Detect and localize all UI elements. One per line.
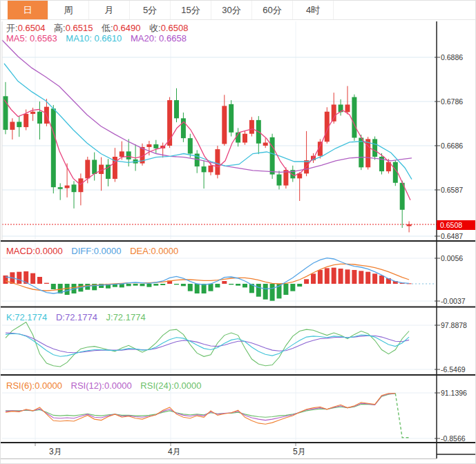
high-value: 0.6515 [66, 23, 93, 33]
rsi-axis-min: -0.8566 [441, 434, 466, 443]
chart-app: 日周月5分15分30分60分4时 开:0.6504 高:0.6515 低:0.6… [0, 0, 476, 464]
rsi12-value: RSI(12):0.0000 [71, 380, 132, 391]
tab-日[interactable]: 日 [8, 1, 48, 19]
tab-4时[interactable]: 4时 [293, 1, 334, 19]
ma20-value: MA20: 0.6658 [131, 33, 187, 44]
rsi6-value: RSI(6):0.0000 [6, 380, 62, 391]
tab-周[interactable]: 周 [48, 1, 89, 19]
period-tab-bar: 日周月5分15分30分60分4时 [1, 1, 476, 20]
tab-60分[interactable]: 60分 [252, 1, 293, 19]
j-value: J:72.1774 [106, 312, 146, 322]
ma10-value: MA10: 0.6610 [66, 33, 122, 44]
low-value: 0.6490 [113, 23, 141, 33]
tab-30分[interactable]: 30分 [211, 1, 252, 19]
tab-5分[interactable]: 5分 [130, 1, 171, 19]
ma5-value: MA5: 0.6563 [6, 33, 57, 44]
rsi24-value: RSI(24):0.0000 [140, 380, 201, 391]
tab-15分[interactable]: 15分 [171, 1, 211, 19]
close-value: 0.6508 [161, 23, 189, 33]
diff-value: DIFF:0.0000 [71, 246, 121, 256]
dea-value: DEA:0.0000 [130, 246, 178, 256]
chart-canvas[interactable] [1, 1, 476, 464]
macd-row: MACD:0.0000 DIFF:0.0000 DEA:0.0000 [6, 246, 184, 256]
close-label: 收: [149, 23, 161, 33]
kdj-axis-max: 97.8878 [441, 321, 467, 329]
kdj-axis-min: -6.5469 [441, 365, 466, 374]
last-price-badge: 0.6508 [437, 220, 476, 230]
macd-value: MACD:0.0000 [6, 246, 63, 256]
high-label: 高: [54, 23, 66, 33]
rsi-axis-max: 91.1396 [441, 389, 467, 397]
ma-row: MA5: 0.6563 MA10: 0.6610 MA20: 0.6658 [6, 33, 193, 44]
month-label-april: 4月 [168, 446, 181, 458]
month-label-may: 5月 [293, 446, 306, 458]
month-label-march: 3月 [49, 446, 62, 458]
k-value: K:72.1774 [6, 312, 47, 322]
d-value: D:72.1774 [56, 312, 97, 322]
price-axis-label: 0.6487 [441, 232, 463, 240]
price-axis-label: 0.6786 [441, 97, 463, 106]
price-axis-label: 0.6587 [441, 186, 463, 194]
macd-axis-min: -0.0037 [441, 297, 466, 305]
low-label: 低: [102, 23, 113, 33]
price-axis-label: 0.6686 [441, 142, 463, 150]
price-axis-label: 0.6886 [441, 53, 463, 61]
open-value: 0.6504 [18, 23, 46, 33]
rsi-row: RSI(6):0.0000 RSI(12):0.0000 RSI(24):0.0… [6, 380, 208, 391]
tab-月[interactable]: 月 [89, 1, 130, 19]
macd-axis-max: 0.0056 [441, 254, 463, 262]
kdj-row: K:72.1774 D:72.1774 J:72.1774 [6, 312, 152, 322]
open-label: 开: [6, 23, 18, 33]
